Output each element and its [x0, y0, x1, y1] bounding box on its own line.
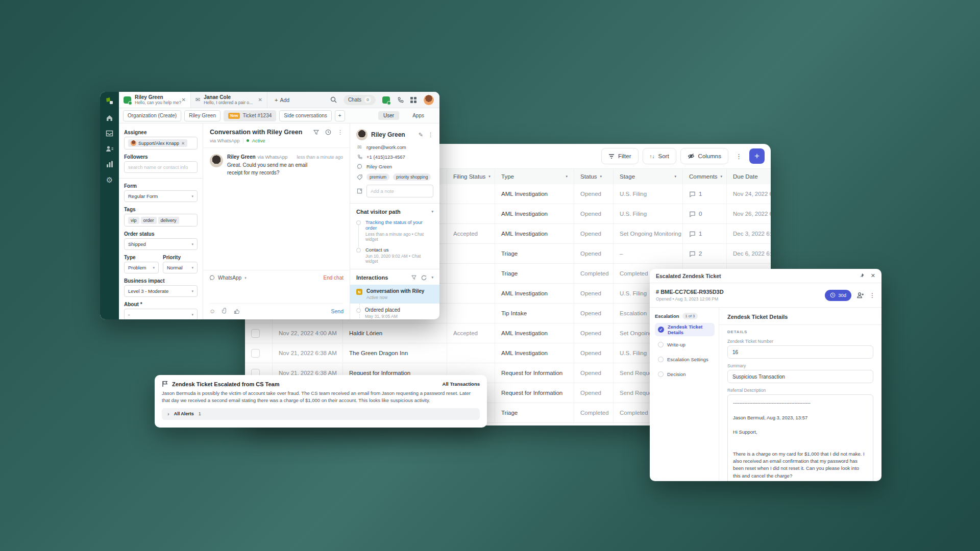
cell-date: Nov 22, 2022 4:00 AM — [273, 323, 343, 343]
followers-input[interactable]: search name or contact info — [124, 161, 198, 173]
tag-chip[interactable]: vip — [128, 217, 139, 224]
tab-riley-green[interactable]: Riley Green Hello, can you help me? ✕ — [119, 92, 191, 108]
priority-select[interactable]: Normal▾ — [163, 262, 198, 273]
contacts-icon[interactable] — [106, 145, 114, 152]
tab-janae-cole[interactable]: ✉ Janae Cole Hello, I ordered a pair o..… — [191, 92, 267, 108]
app-grid-icon[interactable] — [410, 97, 416, 103]
step-write-up[interactable]: Write-up — [655, 338, 715, 351]
tag-chip[interactable]: order — [141, 217, 157, 224]
about-select[interactable]: -▾ — [124, 309, 198, 319]
customer-tag[interactable]: priority shopping — [393, 173, 431, 181]
side-conversations-button[interactable]: Side conversations — [279, 110, 332, 121]
edit-pencil-icon[interactable]: ✎ — [419, 132, 423, 138]
header-comments[interactable]: Comments▾ — [683, 169, 727, 184]
cell-stage: U.S. Filing — [614, 204, 683, 223]
alert-title: Zendesk Ticket Escalated from CS Team — [172, 381, 280, 387]
message-timestamp: less than a minute ago — [297, 155, 343, 160]
assignee-field[interactable]: Support/Alex Knapp ✕ — [124, 137, 198, 149]
tab-user[interactable]: User — [378, 111, 399, 120]
ticket-number-input[interactable]: 16 — [727, 345, 873, 359]
summary-input[interactable]: Suspicious Transaction — [727, 370, 873, 383]
attachment-icon[interactable] — [222, 308, 227, 314]
assignee-chip[interactable]: Support/Alex Knapp ✕ — [128, 139, 187, 147]
send-button[interactable]: Send — [331, 308, 344, 314]
add-tab-button[interactable]: +Add — [267, 92, 297, 108]
remove-assignee-icon[interactable]: ✕ — [181, 141, 185, 146]
assign-user-icon[interactable] — [856, 292, 864, 298]
organization-create-button[interactable]: Organization (Create) — [123, 110, 181, 121]
close-icon[interactable]: ✕ — [871, 272, 875, 279]
channel-selector[interactable]: WhatsApp — [218, 275, 241, 281]
alert-context-link[interactable]: All Transactions — [443, 381, 480, 387]
customer-whatsapp-name: Riley Green — [366, 164, 392, 169]
chevron-down-icon[interactable]: ▾ — [431, 210, 433, 214]
header-status[interactable]: Status▾ — [574, 169, 614, 184]
row-checkbox[interactable] — [251, 329, 260, 338]
chevron-down-icon: ▾ — [191, 194, 193, 198]
refresh-icon[interactable] — [421, 275, 427, 281]
business-impact-select[interactable]: Level 3 - Moderate▾ — [124, 285, 198, 297]
order-status-select[interactable]: Shipped▾ — [124, 238, 198, 250]
close-tab-icon[interactable]: ✕ — [182, 97, 186, 103]
phone-icon[interactable] — [397, 96, 404, 104]
row-checkbox[interactable] — [251, 349, 260, 358]
kebab-icon[interactable]: ⋮ — [337, 129, 343, 136]
cell-comments: 2 — [683, 244, 727, 263]
step-decision[interactable]: Decision — [655, 367, 715, 381]
cell-date: Nov 21, 2022 6:38 AM — [273, 343, 343, 363]
add-conversation-button[interactable]: + — [335, 110, 345, 121]
interaction-item-current[interactable]: N Conversation with Riley Active now — [350, 285, 439, 304]
details-section-label: DETAILS — [727, 330, 873, 334]
composer-input[interactable] — [209, 281, 344, 303]
tag-chip[interactable]: delivery — [158, 217, 179, 224]
cell-filing: Accepted — [447, 224, 495, 243]
header-filing-status[interactable]: Filing Status▾ — [447, 169, 495, 184]
end-chat-button[interactable]: End chat — [324, 275, 344, 281]
add-note-input[interactable]: Add a note — [366, 185, 433, 197]
kebab-icon[interactable]: ⋮ — [428, 132, 433, 138]
tags-field[interactable]: vip order delivery — [124, 214, 198, 227]
history-icon[interactable] — [325, 129, 331, 135]
visitor-path-item[interactable]: Tracking the status of your order Less t… — [356, 219, 433, 242]
settings-gear-icon[interactable]: ⚙ — [106, 176, 113, 184]
filter-icon[interactable] — [411, 275, 416, 280]
chevron-down-icon[interactable]: ▾ — [431, 276, 433, 280]
kebab-icon[interactable]: ⋮ — [869, 292, 875, 299]
header-type[interactable]: Type▾ — [495, 169, 574, 184]
step-escalation-settings[interactable]: Escalation Settings — [655, 353, 715, 366]
search-icon[interactable] — [330, 96, 337, 103]
step-zendesk-ticket-details[interactable]: ✓ Zendesk Ticket Details — [655, 323, 715, 336]
reporting-icon[interactable] — [106, 161, 113, 167]
table-kebab-menu[interactable]: ⋮ — [732, 153, 745, 160]
sort-button[interactable]: ↑↓ Sort — [643, 148, 676, 164]
header-due-date[interactable]: Due Date — [727, 169, 771, 184]
chats-pill[interactable]: Chats 0 — [344, 95, 376, 105]
requester-button[interactable]: Riley Green — [184, 110, 220, 121]
emoji-icon[interactable]: ☺ — [209, 308, 215, 314]
filter-button[interactable]: Filter — [601, 148, 639, 164]
filter-icon[interactable] — [313, 130, 319, 135]
interaction-item[interactable]: Ordered placed May 31, 9:05 AM — [350, 304, 439, 319]
form-select[interactable]: Regular Form▾ — [124, 190, 198, 202]
ticket-pill[interactable]: New Ticket #1234 — [224, 110, 276, 121]
columns-button[interactable]: Columns — [680, 148, 728, 164]
visitor-path-item[interactable]: Contact us Jun 10, 2020 9:02 AM • Chat w… — [356, 247, 433, 264]
all-alerts-bar[interactable]: › All Alerts 1 — [162, 408, 480, 420]
add-case-button[interactable]: + — [749, 148, 765, 164]
referral-description-textarea[interactable]: ----------------------------------------… — [727, 394, 873, 481]
thumbs-up-icon[interactable] — [234, 308, 240, 314]
active-chat-icon[interactable] — [382, 96, 390, 104]
cell-type: Triage — [495, 264, 574, 283]
pin-icon[interactable] — [859, 273, 865, 279]
customer-tag[interactable]: premium — [366, 173, 389, 181]
tab-apps[interactable]: Apps — [407, 111, 429, 120]
chevron-down-icon: ▾ — [191, 289, 193, 293]
home-icon[interactable] — [106, 114, 113, 121]
type-select[interactable]: Problem▾ — [124, 262, 159, 273]
customer-avatar — [356, 129, 368, 140]
views-tray-icon[interactable] — [106, 130, 113, 137]
close-tab-icon[interactable]: ✕ — [258, 97, 262, 103]
header-stage[interactable]: Stage▾ — [614, 169, 683, 184]
agent-avatar[interactable] — [423, 94, 434, 106]
visitor-path-title: Chat visitor path — [356, 209, 401, 215]
